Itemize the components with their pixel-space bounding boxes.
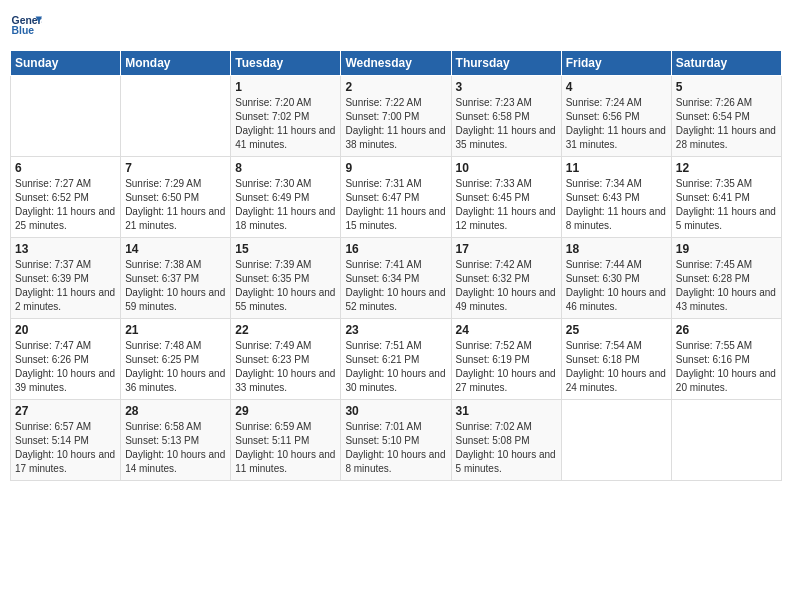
calendar-cell: 10Sunrise: 7:33 AM Sunset: 6:45 PM Dayli… <box>451 157 561 238</box>
day-info: Sunrise: 7:38 AM Sunset: 6:37 PM Dayligh… <box>125 258 226 314</box>
day-info: Sunrise: 7:26 AM Sunset: 6:54 PM Dayligh… <box>676 96 777 152</box>
day-number: 28 <box>125 404 226 418</box>
calendar-cell: 9Sunrise: 7:31 AM Sunset: 6:47 PM Daylig… <box>341 157 451 238</box>
day-info: Sunrise: 7:24 AM Sunset: 6:56 PM Dayligh… <box>566 96 667 152</box>
calendar-cell: 7Sunrise: 7:29 AM Sunset: 6:50 PM Daylig… <box>121 157 231 238</box>
calendar-cell: 23Sunrise: 7:51 AM Sunset: 6:21 PM Dayli… <box>341 319 451 400</box>
day-info: Sunrise: 6:59 AM Sunset: 5:11 PM Dayligh… <box>235 420 336 476</box>
weekday-header-friday: Friday <box>561 51 671 76</box>
day-info: Sunrise: 7:52 AM Sunset: 6:19 PM Dayligh… <box>456 339 557 395</box>
calendar-cell: 28Sunrise: 6:58 AM Sunset: 5:13 PM Dayli… <box>121 400 231 481</box>
day-number: 19 <box>676 242 777 256</box>
calendar-cell: 5Sunrise: 7:26 AM Sunset: 6:54 PM Daylig… <box>671 76 781 157</box>
calendar-cell: 16Sunrise: 7:41 AM Sunset: 6:34 PM Dayli… <box>341 238 451 319</box>
day-number: 25 <box>566 323 667 337</box>
day-info: Sunrise: 7:45 AM Sunset: 6:28 PM Dayligh… <box>676 258 777 314</box>
calendar-cell <box>671 400 781 481</box>
day-number: 29 <box>235 404 336 418</box>
calendar-cell: 14Sunrise: 7:38 AM Sunset: 6:37 PM Dayli… <box>121 238 231 319</box>
day-number: 16 <box>345 242 446 256</box>
calendar-cell: 24Sunrise: 7:52 AM Sunset: 6:19 PM Dayli… <box>451 319 561 400</box>
day-number: 7 <box>125 161 226 175</box>
day-number: 11 <box>566 161 667 175</box>
day-info: Sunrise: 7:39 AM Sunset: 6:35 PM Dayligh… <box>235 258 336 314</box>
day-number: 13 <box>15 242 116 256</box>
day-info: Sunrise: 7:44 AM Sunset: 6:30 PM Dayligh… <box>566 258 667 314</box>
calendar-cell <box>121 76 231 157</box>
calendar-cell: 20Sunrise: 7:47 AM Sunset: 6:26 PM Dayli… <box>11 319 121 400</box>
day-number: 10 <box>456 161 557 175</box>
day-info: Sunrise: 7:54 AM Sunset: 6:18 PM Dayligh… <box>566 339 667 395</box>
day-number: 26 <box>676 323 777 337</box>
day-number: 22 <box>235 323 336 337</box>
day-number: 23 <box>345 323 446 337</box>
calendar-cell: 12Sunrise: 7:35 AM Sunset: 6:41 PM Dayli… <box>671 157 781 238</box>
day-info: Sunrise: 7:01 AM Sunset: 5:10 PM Dayligh… <box>345 420 446 476</box>
day-number: 14 <box>125 242 226 256</box>
day-number: 27 <box>15 404 116 418</box>
day-number: 17 <box>456 242 557 256</box>
calendar-cell: 21Sunrise: 7:48 AM Sunset: 6:25 PM Dayli… <box>121 319 231 400</box>
calendar-cell: 25Sunrise: 7:54 AM Sunset: 6:18 PM Dayli… <box>561 319 671 400</box>
logo-icon: General Blue <box>10 10 42 42</box>
page-header: General Blue <box>10 10 782 42</box>
day-number: 6 <box>15 161 116 175</box>
day-info: Sunrise: 7:33 AM Sunset: 6:45 PM Dayligh… <box>456 177 557 233</box>
day-info: Sunrise: 7:48 AM Sunset: 6:25 PM Dayligh… <box>125 339 226 395</box>
day-info: Sunrise: 7:27 AM Sunset: 6:52 PM Dayligh… <box>15 177 116 233</box>
calendar-cell: 1Sunrise: 7:20 AM Sunset: 7:02 PM Daylig… <box>231 76 341 157</box>
calendar-cell: 11Sunrise: 7:34 AM Sunset: 6:43 PM Dayli… <box>561 157 671 238</box>
day-number: 4 <box>566 80 667 94</box>
calendar-cell: 8Sunrise: 7:30 AM Sunset: 6:49 PM Daylig… <box>231 157 341 238</box>
calendar-cell: 27Sunrise: 6:57 AM Sunset: 5:14 PM Dayli… <box>11 400 121 481</box>
day-info: Sunrise: 7:49 AM Sunset: 6:23 PM Dayligh… <box>235 339 336 395</box>
day-number: 20 <box>15 323 116 337</box>
calendar-table: SundayMondayTuesdayWednesdayThursdayFrid… <box>10 50 782 481</box>
calendar-cell: 31Sunrise: 7:02 AM Sunset: 5:08 PM Dayli… <box>451 400 561 481</box>
day-number: 8 <box>235 161 336 175</box>
day-info: Sunrise: 7:29 AM Sunset: 6:50 PM Dayligh… <box>125 177 226 233</box>
day-info: Sunrise: 7:51 AM Sunset: 6:21 PM Dayligh… <box>345 339 446 395</box>
day-number: 21 <box>125 323 226 337</box>
weekday-header-sunday: Sunday <box>11 51 121 76</box>
calendar-cell: 3Sunrise: 7:23 AM Sunset: 6:58 PM Daylig… <box>451 76 561 157</box>
weekday-header-saturday: Saturday <box>671 51 781 76</box>
day-info: Sunrise: 7:02 AM Sunset: 5:08 PM Dayligh… <box>456 420 557 476</box>
day-info: Sunrise: 7:30 AM Sunset: 6:49 PM Dayligh… <box>235 177 336 233</box>
day-info: Sunrise: 7:47 AM Sunset: 6:26 PM Dayligh… <box>15 339 116 395</box>
day-number: 18 <box>566 242 667 256</box>
day-info: Sunrise: 7:37 AM Sunset: 6:39 PM Dayligh… <box>15 258 116 314</box>
day-number: 9 <box>345 161 446 175</box>
svg-text:Blue: Blue <box>12 25 35 36</box>
day-info: Sunrise: 7:31 AM Sunset: 6:47 PM Dayligh… <box>345 177 446 233</box>
day-info: Sunrise: 7:23 AM Sunset: 6:58 PM Dayligh… <box>456 96 557 152</box>
day-number: 3 <box>456 80 557 94</box>
calendar-cell: 17Sunrise: 7:42 AM Sunset: 6:32 PM Dayli… <box>451 238 561 319</box>
calendar-cell: 6Sunrise: 7:27 AM Sunset: 6:52 PM Daylig… <box>11 157 121 238</box>
day-info: Sunrise: 7:41 AM Sunset: 6:34 PM Dayligh… <box>345 258 446 314</box>
weekday-header-thursday: Thursday <box>451 51 561 76</box>
calendar-cell: 22Sunrise: 7:49 AM Sunset: 6:23 PM Dayli… <box>231 319 341 400</box>
calendar-cell: 4Sunrise: 7:24 AM Sunset: 6:56 PM Daylig… <box>561 76 671 157</box>
day-number: 31 <box>456 404 557 418</box>
day-info: Sunrise: 7:42 AM Sunset: 6:32 PM Dayligh… <box>456 258 557 314</box>
day-number: 5 <box>676 80 777 94</box>
calendar-cell: 29Sunrise: 6:59 AM Sunset: 5:11 PM Dayli… <box>231 400 341 481</box>
day-info: Sunrise: 7:20 AM Sunset: 7:02 PM Dayligh… <box>235 96 336 152</box>
weekday-header-monday: Monday <box>121 51 231 76</box>
day-info: Sunrise: 6:58 AM Sunset: 5:13 PM Dayligh… <box>125 420 226 476</box>
day-number: 1 <box>235 80 336 94</box>
day-number: 24 <box>456 323 557 337</box>
calendar-cell: 13Sunrise: 7:37 AM Sunset: 6:39 PM Dayli… <box>11 238 121 319</box>
calendar-cell: 26Sunrise: 7:55 AM Sunset: 6:16 PM Dayli… <box>671 319 781 400</box>
day-info: Sunrise: 7:34 AM Sunset: 6:43 PM Dayligh… <box>566 177 667 233</box>
calendar-cell <box>11 76 121 157</box>
calendar-cell: 19Sunrise: 7:45 AM Sunset: 6:28 PM Dayli… <box>671 238 781 319</box>
calendar-cell: 18Sunrise: 7:44 AM Sunset: 6:30 PM Dayli… <box>561 238 671 319</box>
day-number: 30 <box>345 404 446 418</box>
weekday-header-tuesday: Tuesday <box>231 51 341 76</box>
day-info: Sunrise: 6:57 AM Sunset: 5:14 PM Dayligh… <box>15 420 116 476</box>
weekday-header-wednesday: Wednesday <box>341 51 451 76</box>
day-info: Sunrise: 7:35 AM Sunset: 6:41 PM Dayligh… <box>676 177 777 233</box>
day-number: 2 <box>345 80 446 94</box>
